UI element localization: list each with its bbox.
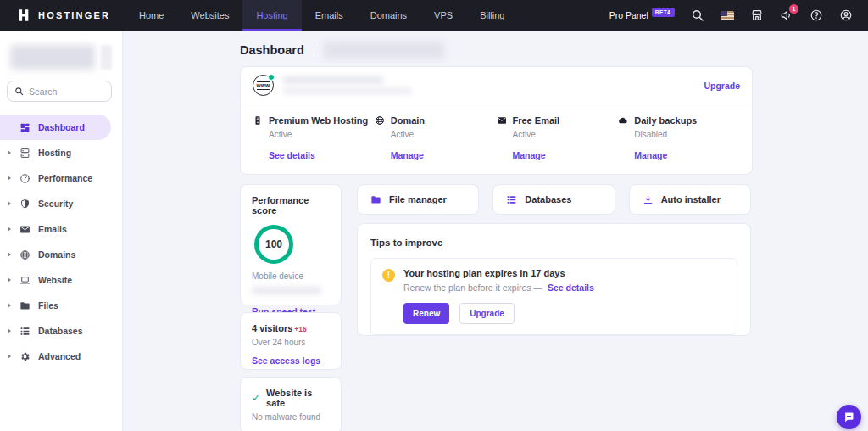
language-flag-icon[interactable] <box>721 8 734 22</box>
site-plan-redacted <box>283 87 412 94</box>
folder-icon <box>370 194 381 205</box>
right-column: File manager Databases Auto installer Ti… <box>357 184 751 431</box>
chevron-right-icon <box>8 201 11 206</box>
hostinger-logo[interactable]: HOSTINGER <box>0 0 125 31</box>
download-icon <box>643 194 654 205</box>
website-safety-card: ✓ Website is safe No malware found See d… <box>240 377 342 431</box>
quick-action-label: Auto installer <box>661 194 721 204</box>
chevron-right-icon <box>8 328 11 333</box>
upgrade-link[interactable]: Upgrade <box>704 81 740 91</box>
collapse-handle[interactable] <box>101 45 112 70</box>
online-status-dot <box>268 74 275 81</box>
announcements-icon[interactable]: 1 <box>780 8 793 22</box>
nav-item-domains[interactable]: Domains <box>357 0 420 31</box>
visitors-subtitle: Over 24 hours <box>252 338 330 347</box>
store-icon[interactable] <box>750 8 764 22</box>
site-domain-redacted <box>283 76 383 84</box>
feature-domain: Domain Active Manage <box>375 115 497 162</box>
feature-status: Disabled <box>634 130 740 139</box>
sidebar-item-label: Domains <box>38 249 75 260</box>
chat-widget-button[interactable] <box>837 405 861 429</box>
laptop-icon <box>19 275 31 286</box>
www-globe-icon: www <box>253 75 274 96</box>
performance-detail-redacted <box>252 287 321 294</box>
site-overview-card: www Upgrade Premium Web Hosting Active S… <box>240 66 753 175</box>
feature-status: Active <box>269 130 375 139</box>
sidebar-item-domains[interactable]: Domains <box>0 242 122 267</box>
server-tower-icon <box>253 115 263 126</box>
sidebar-item-emails[interactable]: Emails <box>0 216 122 242</box>
nav-item-billing[interactable]: Billing <box>466 0 518 31</box>
account-icon[interactable] <box>839 8 853 22</box>
nav-item-vps[interactable]: VPS <box>420 0 466 31</box>
nav-item-home[interactable]: Home <box>125 0 177 31</box>
database-icon <box>19 326 31 337</box>
sidebar: Dashboard Hosting Performance Security E <box>0 31 123 431</box>
page-header: Dashboard <box>240 39 868 61</box>
top-navbar: HOSTINGER Home Websites Hosting Emails D… <box>0 0 868 31</box>
globe-icon <box>375 115 385 126</box>
see-details-link[interactable]: See details <box>269 150 315 160</box>
sidebar-item-label: Performance <box>38 173 92 183</box>
sidebar-item-files[interactable]: Files <box>0 293 122 318</box>
warning-icon: ! <box>382 269 395 282</box>
chevron-right-icon <box>8 252 11 257</box>
chevron-right-icon <box>8 303 11 308</box>
performance-score-value: 100 <box>265 238 282 250</box>
gear-icon <box>19 351 31 362</box>
manage-link[interactable]: Manage <box>634 150 667 160</box>
main-content: Dashboard www Upgrade <box>123 31 868 431</box>
manage-link[interactable]: Manage <box>513 150 546 160</box>
notification-badge: 1 <box>789 4 798 14</box>
chevron-right-icon <box>8 354 11 359</box>
alert-heading: Your hosting plan expires in 17 days <box>403 268 594 278</box>
visitors-title: 4 visitors+16 <box>252 323 330 333</box>
feature-title: Free Email <box>513 115 560 126</box>
search-icon[interactable] <box>691 8 704 22</box>
sidebar-item-dashboard[interactable]: Dashboard <box>0 115 111 140</box>
nav-item-hosting[interactable]: Hosting <box>242 0 301 31</box>
sidebar-item-databases[interactable]: Databases <box>0 318 122 344</box>
site-selector[interactable] <box>10 45 112 70</box>
sidebar-item-hosting[interactable]: Hosting <box>0 140 122 165</box>
www-label: www <box>257 81 270 90</box>
domain-selector-redacted[interactable] <box>324 42 444 59</box>
manage-link[interactable]: Manage <box>391 150 424 160</box>
hosting-dashboard-app: HOSTINGER Home Websites Hosting Emails D… <box>0 0 868 431</box>
site-features-row: Premium Web Hosting Active See details D… <box>241 104 752 174</box>
sidebar-item-label: Emails <box>38 224 67 234</box>
auto-installer-button[interactable]: Auto installer <box>629 184 751 215</box>
sidebar-item-label: Databases <box>38 326 83 336</box>
pro-panel-link[interactable]: Pro Panel BETA <box>609 10 675 20</box>
feature-title: Daily backups <box>634 115 697 126</box>
sidebar-item-advanced[interactable]: Advanced <box>0 344 122 369</box>
quick-actions-row: File manager Databases Auto installer <box>357 184 751 215</box>
databases-button[interactable]: Databases <box>492 184 615 215</box>
expiry-alert: ! Your hosting plan expires in 17 days R… <box>370 258 737 335</box>
feature-title: Domain <box>391 115 425 126</box>
see-access-logs-link[interactable]: See access logs <box>252 355 320 366</box>
nav-item-emails[interactable]: Emails <box>302 0 357 31</box>
search-input[interactable] <box>29 87 104 97</box>
performance-device-label: Mobile device <box>252 271 330 281</box>
see-details-link[interactable]: See details <box>548 283 594 293</box>
help-icon[interactable] <box>810 8 823 22</box>
pro-panel-label: Pro Panel <box>609 10 648 20</box>
visitors-delta-badge: +16 <box>294 325 306 333</box>
sidebar-item-label: Hosting <box>38 148 71 158</box>
nav-item-websites[interactable]: Websites <box>177 0 242 31</box>
divider <box>314 42 314 59</box>
sidebar-item-security[interactable]: Security <box>0 191 122 216</box>
sidebar-item-website[interactable]: Website <box>0 267 122 293</box>
file-manager-button[interactable]: File manager <box>357 184 479 215</box>
chat-bubble-icon <box>843 411 855 423</box>
gauge-icon <box>19 173 31 184</box>
sidebar-search <box>7 81 112 102</box>
renew-button[interactable]: Renew <box>403 303 449 324</box>
tips-to-improve-card: Tips to improve ! Your hosting plan expi… <box>357 223 751 336</box>
upgrade-button[interactable]: Upgrade <box>459 303 515 324</box>
left-column: Performance score 100 Mobile device Run … <box>240 184 342 431</box>
sidebar-item-performance[interactable]: Performance <box>0 165 122 191</box>
envelope-icon <box>19 224 31 235</box>
quick-action-label: File manager <box>389 194 447 204</box>
